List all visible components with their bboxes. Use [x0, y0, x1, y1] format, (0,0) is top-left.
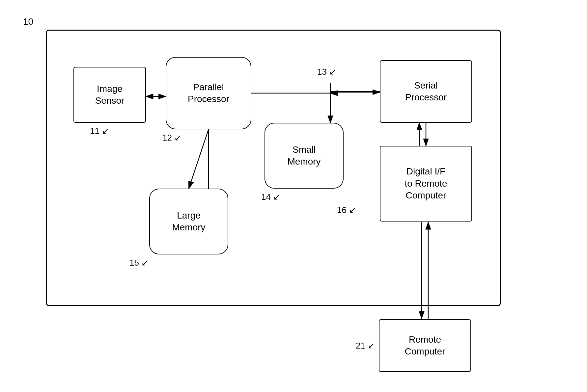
node-image-sensor: ImageSensor	[73, 67, 146, 123]
ref-label-12: 12 ↙	[162, 133, 182, 143]
remote-computer-label: RemoteComputer	[405, 334, 445, 358]
ref-label-21: 21 ↙	[356, 341, 375, 351]
node-serial-processor: SerialProcessor	[380, 60, 472, 123]
ref-label-14: 14 ↙	[261, 192, 280, 202]
ref-label-11: 11 ↙	[90, 126, 109, 136]
ref-label-13: 13 ↙	[317, 67, 336, 77]
node-large-memory: LargeMemory	[149, 189, 228, 254]
node-small-memory: SmallMemory	[265, 123, 344, 189]
node-digital-if: Digital I/Fto RemoteComputer	[380, 146, 472, 222]
small-memory-label: SmallMemory	[287, 144, 321, 168]
large-memory-label: LargeMemory	[172, 210, 205, 234]
main-bounding-box: ImageSensor ParallelProcessor SerialProc…	[46, 30, 501, 306]
node-parallel-processor: ParallelProcessor	[166, 57, 251, 129]
svg-line-11	[189, 129, 209, 189]
ref-label-10: 10	[23, 16, 33, 27]
diagram-container: 10 ImageSensor ParallelProcessor SerialP…	[20, 13, 567, 385]
ref-label-15: 15 ↙	[129, 258, 149, 268]
serial-processor-label: SerialProcessor	[405, 80, 447, 104]
parallel-processor-label: ParallelProcessor	[188, 81, 229, 105]
ref-label-16: 16 ↙	[337, 205, 356, 215]
digital-if-label: Digital I/Fto RemoteComputer	[405, 166, 447, 201]
node-remote-computer: RemoteComputer	[379, 319, 471, 372]
image-sensor-label: ImageSensor	[95, 83, 125, 107]
